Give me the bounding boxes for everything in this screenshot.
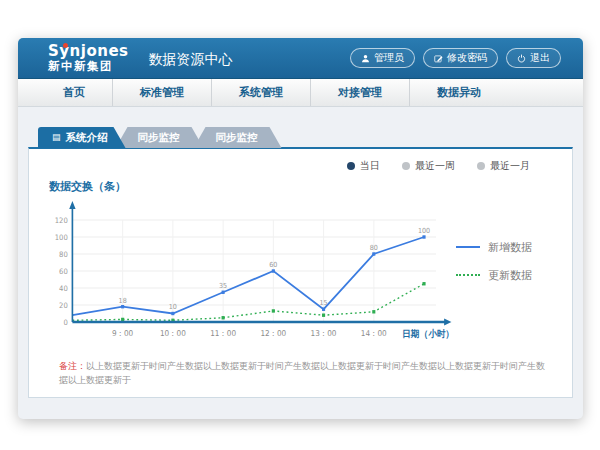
line-chart: 1810356015801000204060801001209：0010：001… — [45, 194, 456, 346]
chart-card: 当日 最近一周 最近一月 数据交换（条） 1810356015801000204… — [28, 147, 573, 398]
radio-icon — [402, 162, 410, 170]
svg-text:11：00: 11：00 — [210, 329, 236, 338]
svg-text:14：00: 14：00 — [361, 329, 387, 338]
svg-text:80: 80 — [59, 249, 68, 258]
chart-row: 1810356015801000204060801001209：0010：001… — [29, 194, 572, 346]
dotted-line-sample-icon — [456, 274, 480, 276]
logo: Synjones 新中新集团 — [48, 44, 129, 72]
note-text: 以上数据更新于时间产生数据以上数据更新于时间产生数据以上数据更新于时间产生数据以… — [59, 361, 545, 385]
range-filter-group: 当日 最近一周 最近一月 — [29, 149, 572, 173]
admin-user-button[interactable]: 管理员 — [350, 48, 415, 68]
svg-text:13：00: 13：00 — [311, 329, 337, 338]
edit-icon — [434, 54, 443, 63]
svg-text:80: 80 — [370, 244, 378, 252]
header-actions: 管理员 修改密码 退出 — [350, 48, 561, 68]
nav-item-data-change[interactable]: 数据异动 — [410, 79, 508, 106]
change-password-button[interactable]: 修改密码 — [423, 48, 498, 68]
svg-text:100: 100 — [55, 232, 68, 241]
svg-text:9：00: 9：00 — [112, 329, 133, 338]
svg-text:100: 100 — [418, 227, 430, 235]
user-icon — [361, 54, 370, 63]
tab-bar: ▤ 系统介绍 同步监控 同步监控 — [38, 127, 573, 148]
note-label: 备注： — [59, 361, 86, 371]
svg-text:15: 15 — [320, 299, 328, 307]
svg-text:日期（小时）: 日期（小时） — [402, 329, 454, 339]
logo-company: 新中新集团 — [48, 60, 129, 72]
svg-text:0: 0 — [63, 317, 68, 326]
tab-sync-monitor-2[interactable]: 同步监控 — [194, 127, 282, 148]
legend-item-new-data: 新增数据 — [456, 240, 572, 255]
power-icon — [517, 54, 526, 63]
nav-item-interface-mgmt[interactable]: 对接管理 — [311, 79, 410, 106]
nav-item-standard-mgmt[interactable]: 标准管理 — [113, 79, 212, 106]
svg-text:35: 35 — [219, 282, 227, 290]
header: Synjones 新中新集团 数据资源中心 管理员 修改密码 退出 — [18, 38, 583, 79]
tab-system-intro[interactable]: ▤ 系统介绍 — [38, 127, 126, 148]
svg-text:120: 120 — [55, 215, 68, 224]
filter-last-month[interactable]: 最近一月 — [477, 159, 530, 173]
legend-item-updated-data: 更新数据 — [456, 268, 572, 283]
main-nav: 首页 标准管理 系统管理 对接管理 数据异动 — [18, 79, 583, 107]
logo-brand: Synjones — [48, 44, 129, 60]
app-title: 数据资源中心 — [149, 51, 233, 69]
logout-button[interactable]: 退出 — [506, 48, 561, 68]
svg-text:12：00: 12：00 — [260, 329, 286, 338]
svg-text:10：00: 10：00 — [160, 329, 186, 338]
svg-text:20: 20 — [59, 300, 68, 309]
form-icon: ▤ — [52, 133, 61, 142]
solid-line-sample-icon — [456, 246, 480, 248]
app-window: Synjones 新中新集团 数据资源中心 管理员 修改密码 退出 首页 标准管… — [18, 38, 583, 419]
series-legend: 新增数据 更新数据 — [456, 194, 572, 346]
y-axis-label: 数据交换（条） — [49, 179, 572, 194]
nav-item-system-mgmt[interactable]: 系统管理 — [212, 79, 311, 106]
filter-last-week[interactable]: 最近一周 — [402, 159, 455, 173]
svg-text:60: 60 — [59, 266, 68, 275]
radio-icon — [477, 162, 485, 170]
content-area: ▤ 系统介绍 同步监控 同步监控 当日 最近一周 — [18, 107, 583, 398]
svg-text:18: 18 — [119, 296, 127, 304]
tab-sync-monitor-1[interactable]: 同步监控 — [116, 127, 204, 148]
footer-note: 备注：以上数据更新于时间产生数据以上数据更新于时间产生数据以上数据更新于时间产生… — [59, 360, 546, 387]
svg-text:60: 60 — [269, 261, 277, 269]
filter-today[interactable]: 当日 — [347, 159, 380, 173]
svg-text:10: 10 — [169, 303, 177, 311]
nav-item-home[interactable]: 首页 — [36, 79, 113, 106]
svg-text:40: 40 — [59, 283, 68, 292]
radio-selected-icon — [347, 162, 355, 170]
